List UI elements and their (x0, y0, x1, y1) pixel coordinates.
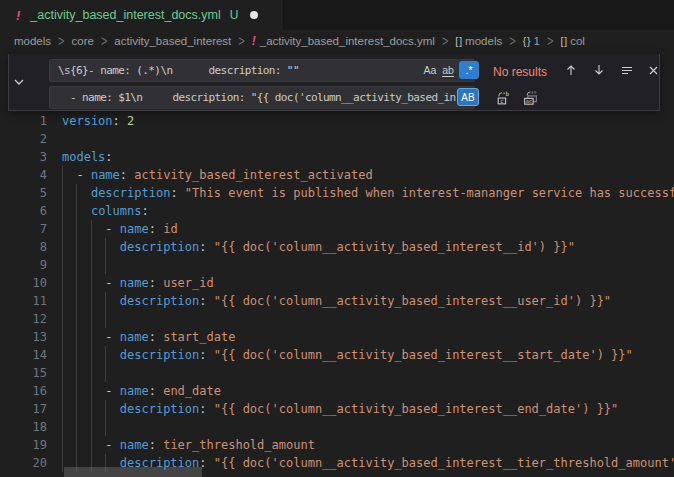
find-input[interactable]: \s{6}- name: (.*)\n description: "" (49, 59, 475, 82)
breadcrumb-label: col (570, 35, 585, 47)
svg-text:ᵃᵇ: ᵃᵇ (530, 89, 536, 95)
horizontal-scrollbar[interactable] (64, 467, 202, 477)
svg-text:ᵃb: ᵃb (501, 90, 509, 96)
array-symbol-icon: [ ] (455, 35, 461, 47)
indent-guide (62, 310, 63, 328)
breadcrumb-item-1[interactable]: { }1 (523, 35, 540, 47)
find-results-count: No results (493, 65, 547, 79)
svg-text:ac: ac (526, 98, 532, 104)
code-area[interactable]: 1version: 223models:4 - name: activity_b… (0, 112, 674, 477)
code-text: - name: activity_based_interest_activate… (62, 166, 373, 184)
code-line-11[interactable]: 11 description: "{{ doc('column__activit… (0, 292, 674, 310)
indent-guide (105, 310, 106, 328)
code-text: columns: (62, 202, 149, 220)
code-text: description: "{{ doc('column__activity_b… (62, 238, 575, 256)
code-line-17[interactable]: 17 description: "{{ doc('column__activit… (0, 400, 674, 418)
replace-all-icon[interactable]: ᵃᵇ ac (521, 87, 541, 107)
line-number: 19 (0, 436, 47, 454)
line-number: 13 (0, 328, 47, 346)
code-text: - name: tier_threshold_amount (62, 436, 315, 454)
next-match-button[interactable] (589, 60, 609, 80)
indent-guide (62, 364, 63, 382)
code-line-16[interactable]: 16 - name: end_date (0, 382, 674, 400)
indent-guide (76, 310, 77, 328)
tab-active-yaml-file[interactable]: ! _activity_based_interest_docs.yml U (0, 0, 284, 30)
breadcrumb-label: models (14, 35, 51, 47)
line-number: 2 (0, 130, 47, 148)
breadcrumb-item-models[interactable]: [ ]models (455, 35, 502, 47)
code-text: models: (62, 148, 113, 166)
code-line-4[interactable]: 4 - name: activity_based_interest_activa… (0, 166, 674, 184)
code-line-15[interactable]: 15 (0, 364, 674, 382)
indent-guide (76, 418, 77, 436)
line-number: 14 (0, 346, 47, 364)
code-line-13[interactable]: 13 - name: start_date (0, 328, 674, 346)
replace-input[interactable]: - name: $1\n description: "{{ doc('colum… (49, 86, 475, 109)
code-line-9[interactable]: 9 (0, 256, 674, 274)
breadcrumb: models>core>activity_based_interest>!_ac… (0, 30, 674, 52)
code-text: description: "{{ doc('column__activity_b… (62, 346, 633, 364)
object-symbol-icon: { } (523, 35, 530, 47)
previous-match-button[interactable] (561, 60, 581, 80)
code-text: version: 2 (62, 112, 134, 130)
code-line-2[interactable]: 2 (0, 130, 674, 148)
line-number: 1 (0, 112, 47, 130)
whole-word-toggle[interactable]: ab (439, 61, 457, 79)
regex-toggle[interactable]: .* (459, 61, 479, 79)
indent-guide (91, 364, 92, 382)
preserve-case-toggle[interactable]: AB (457, 88, 479, 106)
code-text: description: "{{ doc('column__activity_b… (62, 292, 611, 310)
breadcrumb-item-models[interactable]: models (14, 35, 51, 47)
breadcrumb-item-core[interactable]: core (72, 35, 94, 47)
code-line-8[interactable]: 8 description: "{{ doc('column__activity… (0, 238, 674, 256)
line-number: 9 (0, 256, 47, 274)
breadcrumb-item-_activity_based_interest_docs.yml[interactable]: !_activity_based_interest_docs.yml (252, 34, 435, 48)
code-line-7[interactable]: 7 - name: id (0, 220, 674, 238)
breadcrumb-separator-icon: > (58, 33, 64, 49)
svg-text:c: c (500, 98, 504, 104)
breadcrumb-separator-icon: > (442, 33, 448, 49)
yaml-symbol-icon: ! (252, 34, 256, 48)
breadcrumb-item-activity_based_interest[interactable]: activity_based_interest (114, 35, 231, 47)
replace-one-icon[interactable]: ᵃb c (493, 87, 513, 107)
unsaved-changes-dot[interactable] (250, 11, 258, 19)
code-line-5[interactable]: 5 description: "This event is published … (0, 184, 674, 202)
code-line-6[interactable]: 6 columns: (0, 202, 674, 220)
code-line-14[interactable]: 14 description: "{{ doc('column__activit… (0, 346, 674, 364)
find-in-selection-icon[interactable] (617, 60, 637, 80)
line-number: 16 (0, 382, 47, 400)
match-case-toggle[interactable]: Aa (421, 61, 439, 79)
line-number: 4 (0, 166, 47, 184)
indent-guide (105, 418, 106, 436)
code-line-3[interactable]: 3models: (0, 148, 674, 166)
line-number: 17 (0, 400, 47, 418)
code-line-18[interactable]: 18 (0, 418, 674, 436)
breadcrumb-label: activity_based_interest (114, 35, 231, 47)
code-line-12[interactable]: 12 (0, 310, 674, 328)
array-symbol-icon: [ ] (560, 35, 566, 47)
indent-guide (105, 256, 106, 274)
line-number: 8 (0, 238, 47, 256)
code-text: - name: user_id (62, 274, 214, 292)
tab-bar: ! _activity_based_interest_docs.yml U (0, 0, 674, 30)
line-number: 11 (0, 292, 47, 310)
tab-filename: _activity_based_interest_docs.yml (30, 8, 220, 22)
breadcrumb-item-col[interactable]: [ ]col (560, 35, 584, 47)
close-find-widget-icon[interactable] (643, 60, 663, 80)
find-replace-widget: \s{6}- name: (.*)\n description: "" Aa a… (8, 54, 660, 111)
breadcrumb-separator-icon: > (101, 33, 107, 49)
code-line-1[interactable]: 1version: 2 (0, 112, 674, 130)
code-text: - name: id (62, 220, 178, 238)
code-text: - name: start_date (62, 328, 235, 346)
breadcrumb-label: _activity_based_interest_docs.yml (260, 35, 435, 47)
line-number: 18 (0, 418, 47, 436)
breadcrumb-label: core (72, 35, 94, 47)
code-line-10[interactable]: 10 - name: user_id (0, 274, 674, 292)
code-text: description: "This event is published wh… (62, 184, 674, 202)
indent-guide (91, 418, 92, 436)
indent-guide (91, 310, 92, 328)
code-line-19[interactable]: 19 - name: tier_threshold_amount (0, 436, 674, 454)
indent-guide (62, 256, 63, 274)
toggle-replace-chevron-icon[interactable] (11, 74, 27, 90)
line-number: 10 (0, 274, 47, 292)
